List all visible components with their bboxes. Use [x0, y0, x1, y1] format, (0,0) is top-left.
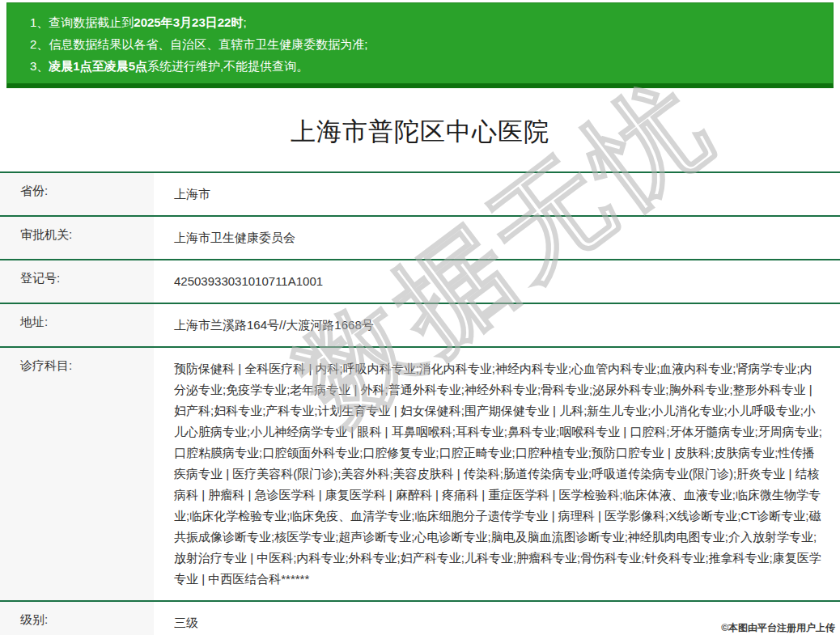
- notice-line-1-suffix: ;: [243, 15, 246, 29]
- notice-banner: 1、查询数据截止到2025年3月23日22时; 2、信息数据结果以各省、自治区、…: [6, 2, 834, 88]
- upload-credit-watermark: ©本图由平台注册用户上传: [721, 621, 835, 635]
- table-row-province: 省份: 上海市: [0, 173, 840, 217]
- table-row-address: 地址: 上海市兰溪路164号//大渡河路1668号: [0, 304, 840, 348]
- notice-line-1: 1、查询数据截止到2025年3月23日22时;: [30, 11, 821, 33]
- notice-line-1-prefix: 1、查询数据截止到: [30, 15, 134, 29]
- row-value: 上海市: [154, 173, 840, 215]
- notice-line-3: 3、凌晨1点至凌晨5点系统进行维护,不能提供查询。: [30, 55, 821, 77]
- notice-line-3-suffix: 系统进行维护,不能提供查询。: [147, 59, 308, 73]
- row-value: 上海市卫生健康委员会: [154, 217, 840, 259]
- notice-line-1-bold: 2025年3月23日22时: [134, 15, 243, 29]
- row-label: 级别:: [0, 602, 154, 635]
- row-value: 预防保健科 | 全科医疗科 | 内科;呼吸内科专业;消化内科专业;神经内科专业;…: [154, 348, 840, 600]
- notice-line-2: 2、信息数据结果以各省、自治区、直辖市卫生健康委数据为准;: [30, 33, 821, 55]
- row-label: 地址:: [0, 304, 154, 346]
- notice-line-2-prefix: 2、信息数据结果以各省、自治区、直辖市卫生健康委数据为准;: [30, 37, 368, 51]
- row-label: 登记号:: [0, 260, 154, 303]
- info-table: 省份: 上海市 审批机关: 上海市卫生健康委员会 登记号: 4250393303…: [0, 171, 840, 635]
- row-label: 诊疗科目:: [0, 348, 154, 600]
- table-row-medical-subjects: 诊疗科目: 预防保健科 | 全科医疗科 | 内科;呼吸内科专业;消化内科专业;神…: [0, 348, 840, 602]
- row-value: 42503933031010711A1001: [154, 260, 840, 303]
- notice-line-3-prefix: 3、: [30, 59, 49, 73]
- row-label: 省份:: [0, 173, 154, 215]
- table-row-level: 级别: 三级: [0, 602, 840, 635]
- page-title: 上海市普陀区中心医院: [0, 115, 840, 149]
- page: 1、查询数据截止到2025年3月23日22时; 2、信息数据结果以各省、自治区、…: [0, 2, 840, 635]
- row-value: 上海市兰溪路164号//大渡河路1668号: [154, 304, 840, 346]
- row-label: 审批机关:: [0, 217, 154, 259]
- table-row-approval-authority: 审批机关: 上海市卫生健康委员会: [0, 217, 840, 260]
- notice-line-3-bold: 凌晨1点至凌晨5点: [49, 59, 147, 73]
- table-row-registration-number: 登记号: 42503933031010711A1001: [0, 260, 840, 304]
